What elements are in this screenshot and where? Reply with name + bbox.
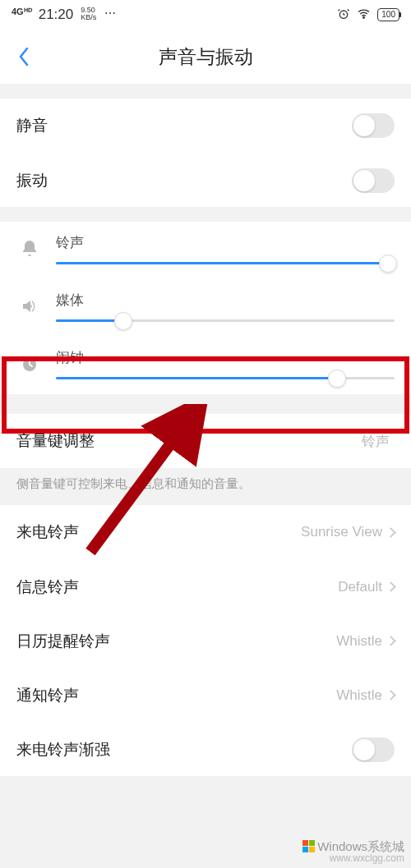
section-ringtones: 来电铃声 Sunrise View 信息铃声 Default 日历提醒铃声 Wh…: [0, 505, 411, 776]
row-label: 来电铃声渐强: [16, 739, 110, 760]
row-label: 通知铃声: [16, 685, 79, 706]
status-bar: 4Gᴴᴰ 21:20 9.50KB/s ⋯ 100: [0, 0, 411, 30]
row-label: 日历提醒铃声: [16, 631, 110, 652]
watermark: Windows系统城 www.wxclgg.com: [302, 840, 404, 865]
row-mute[interactable]: 静音: [0, 99, 411, 153]
row-volume-key-adjust[interactable]: 音量键调整 铃声: [0, 414, 411, 468]
mute-toggle[interactable]: [352, 113, 395, 138]
net-speed: 9.50KB/s: [81, 7, 96, 21]
slider-track[interactable]: [56, 262, 395, 264]
chevron-right-icon: [386, 636, 396, 646]
slider-label: 铃声: [56, 233, 395, 252]
row-value: Whistle: [336, 633, 382, 650]
row-value: 铃声: [362, 432, 390, 451]
more-dots-icon: ⋯: [104, 7, 117, 20]
row-label: 振动: [16, 170, 48, 191]
battery-indicator: 100: [377, 8, 399, 21]
signal-indicator: 4Gᴴᴰ: [12, 7, 32, 17]
svg-point-1: [363, 17, 364, 18]
back-button[interactable]: [12, 44, 36, 69]
row-label: 静音: [16, 115, 48, 136]
clock-time: 21:20: [39, 7, 74, 23]
chevron-right-icon: [386, 690, 396, 700]
row-label: 音量键调整: [16, 430, 95, 452]
slider-label: 闹钟: [56, 348, 395, 367]
chevron-right-icon: [386, 581, 396, 592]
slider-thumb[interactable]: [379, 255, 397, 273]
row-value: Sunrise View: [301, 524, 382, 540]
slider-label: 媒体: [56, 291, 395, 310]
slider-track[interactable]: [56, 319, 395, 322]
section-volume-key: 音量键调整 铃声: [0, 414, 411, 468]
row-incoming-ringtone[interactable]: 来电铃声 Sunrise View: [0, 505, 411, 559]
slider-ringtone[interactable]: 铃声: [0, 222, 411, 279]
nav-bar: 声音与振动: [0, 30, 411, 84]
row-calendar-ringtone[interactable]: 日历提醒铃声 Whistle: [0, 613, 411, 668]
slider-thumb[interactable]: [328, 370, 346, 388]
clock-icon: [16, 354, 43, 374]
row-notification-ringtone[interactable]: 通知铃声 Whistle: [0, 668, 411, 722]
row-vibrate[interactable]: 振动: [0, 153, 411, 207]
row-label: 来电铃声: [16, 521, 79, 543]
slider-media[interactable]: 媒体: [0, 279, 411, 337]
slider-track[interactable]: [56, 377, 395, 379]
row-label: 信息铃声: [16, 576, 79, 598]
bell-icon: [16, 239, 43, 259]
row-value: Whistle: [336, 687, 382, 704]
wifi-icon: [357, 7, 371, 23]
volume-key-description: 侧音量键可控制来电、信息和通知的音量。: [0, 468, 411, 505]
row-message-ringtone[interactable]: 信息铃声 Default: [0, 559, 411, 613]
row-value: Default: [338, 579, 382, 595]
row-crescendo[interactable]: 来电铃声渐强: [0, 722, 411, 776]
page-title: 声音与振动: [159, 44, 253, 70]
speaker-icon: [16, 296, 43, 316]
chevron-right-icon: [386, 527, 396, 538]
vibrate-toggle[interactable]: [352, 168, 395, 193]
crescendo-toggle[interactable]: [352, 737, 395, 762]
section-basic: 静音 振动: [0, 99, 411, 207]
windows-logo-icon: [302, 840, 315, 852]
slider-alarm[interactable]: 闹钟: [0, 337, 411, 394]
alarm-icon: [337, 7, 350, 23]
section-volume-sliders: 铃声 媒体 闹钟: [0, 222, 411, 394]
slider-thumb[interactable]: [114, 312, 132, 330]
